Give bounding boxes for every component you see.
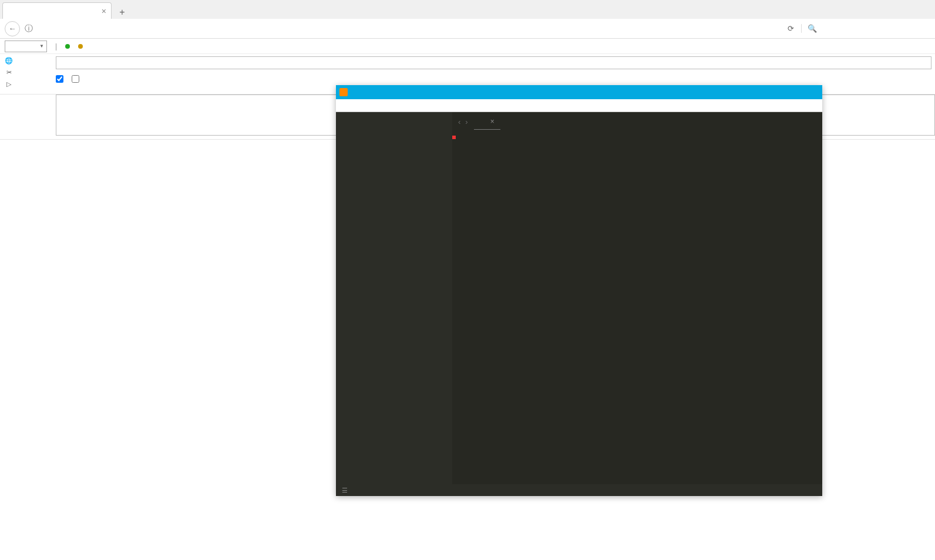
status-dot-yellow — [78, 44, 83, 49]
info-icon: ⓘ — [25, 23, 33, 34]
split-url-button[interactable]: ✂ — [5, 68, 51, 76]
play-icon: ▷ — [5, 80, 13, 88]
hackbar-actions: 🌐 ✂ ▷ — [0, 54, 56, 90]
url-field[interactable]: ⓘ — [25, 23, 780, 34]
scissors-icon: ✂ — [5, 68, 13, 76]
close-icon[interactable]: × — [102, 6, 106, 16]
menu-icon[interactable]: ☰ — [342, 487, 348, 494]
encoding-dropdown[interactable]: ▼ — [5, 41, 47, 52]
tab-strip: × + — [0, 0, 935, 19]
sublime-titlebar[interactable] — [336, 85, 822, 99]
address-bar: ← ⓘ ⟳ 🔍 — [0, 19, 935, 39]
execute-button[interactable]: ▷ — [5, 80, 51, 88]
hackbar-toolbar: ▼ | — [0, 39, 935, 54]
nav-back-icon[interactable]: ‹ — [458, 117, 460, 126]
back-button[interactable]: ← — [5, 21, 20, 36]
new-tab-button[interactable]: + — [114, 6, 130, 19]
enable-referrer-checkbox[interactable] — [72, 75, 79, 85]
chevron-down-icon: ▼ — [39, 43, 44, 49]
search-icon: 🔍 — [808, 24, 817, 33]
enable-post-checkbox[interactable] — [56, 75, 63, 85]
editor-tab[interactable]: × — [474, 114, 500, 130]
globe-icon: 🌐 — [5, 56, 13, 65]
load-url-button[interactable]: 🌐 — [5, 56, 51, 65]
search-box[interactable]: 🔍 — [801, 24, 930, 33]
sublime-window: ‹ › × ☰ — [336, 85, 822, 496]
browser-tab[interactable]: × — [2, 2, 112, 19]
editor-tabs: ‹ › × — [452, 112, 822, 131]
sublime-menubar — [336, 99, 822, 112]
url-input[interactable] — [56, 56, 931, 69]
post-data-label — [0, 95, 56, 136]
status-dot-green — [65, 44, 70, 49]
reload-button[interactable]: ⟳ — [785, 24, 796, 33]
close-icon[interactable]: × — [490, 117, 495, 126]
sublime-sidebar — [336, 112, 452, 484]
nav-fwd-icon[interactable]: › — [465, 117, 468, 126]
sublime-icon — [339, 88, 348, 96]
sublime-statusbar: ☰ — [336, 484, 822, 496]
code-editor[interactable] — [452, 131, 822, 484]
highlight-box — [452, 136, 456, 139]
